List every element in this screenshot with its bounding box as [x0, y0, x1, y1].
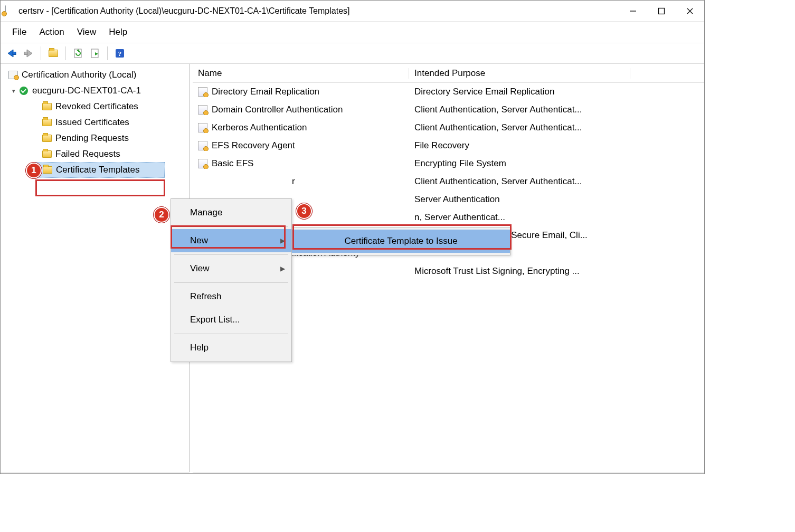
list-item[interactable]: Basic EFSEncrypting File System	[193, 155, 704, 173]
cell-purpose: n, Server Authenticat...	[409, 212, 630, 223]
tree-node-failed[interactable]: Failed Requests	[1, 146, 189, 162]
ctx-label: Manage	[190, 207, 222, 218]
ctx-help[interactable]: Help	[171, 336, 291, 359]
chevron-right-icon: ▶	[280, 237, 285, 244]
ctx-label: Help	[190, 343, 209, 353]
up-button[interactable]	[46, 46, 60, 60]
tree-label: eucguru-DC-NEXT01-CA-1	[32, 86, 141, 96]
refresh-button[interactable]	[71, 46, 85, 60]
context-separator	[174, 254, 288, 255]
template-name: Domain Controller Authentication	[212, 104, 343, 115]
cell-name: r	[193, 176, 409, 187]
folder-icon	[42, 102, 52, 111]
cell-purpose: File Recovery	[409, 140, 630, 151]
list-item[interactable]: Domain Controller AuthenticationClient A…	[193, 101, 704, 119]
template-name: r	[292, 176, 295, 187]
context-separator	[174, 226, 288, 227]
maximize-button[interactable]	[647, 1, 676, 22]
tree-node-pending[interactable]: Pending Requests	[1, 130, 189, 146]
list-item[interactable]: Kerberos AuthenticationClient Authentica…	[193, 119, 704, 137]
tree-node-server[interactable]: ▾ eucguru-DC-NEXT01-CA-1	[1, 83, 189, 99]
ctx-export-list[interactable]: Export List...	[171, 308, 291, 331]
window-title: certsrv - [Certification Authority (Loca…	[18, 6, 619, 16]
toolbar-separator	[41, 46, 41, 60]
ctx-view[interactable]: View ▶	[171, 257, 291, 280]
toolbar-separator	[65, 46, 66, 60]
cell-purpose: Server Authentication	[409, 194, 630, 205]
help-button[interactable]: ?	[113, 46, 127, 60]
ctx-new[interactable]: New ▶ Certificate Template to Issue	[171, 229, 291, 252]
forward-button[interactable]	[22, 46, 35, 60]
minimize-button[interactable]	[619, 1, 647, 22]
annotation-badge-2: 2	[154, 207, 169, 223]
list-header: Name Intended Purpose	[193, 64, 704, 83]
ctx-label: Refresh	[190, 291, 222, 302]
context-menu[interactable]: Manage New ▶ Certificate Template to Iss…	[171, 198, 292, 362]
template-icon	[198, 159, 207, 168]
cell-name: Kerberos Authentication	[193, 122, 409, 133]
context-separator	[174, 334, 288, 334]
cell-purpose: Directory Service Email Replication	[409, 87, 630, 97]
template-icon	[198, 105, 207, 115]
ctx-manage[interactable]: Manage	[171, 201, 291, 224]
tree-node-revoked[interactable]: Revoked Certificates	[1, 99, 189, 115]
folder-icon	[42, 165, 53, 175]
expander-icon[interactable]: ▾	[10, 88, 17, 94]
tree-label: Issued Certificates	[55, 117, 129, 128]
annotation-badge-3: 3	[296, 203, 312, 219]
menu-file[interactable]: File	[7, 25, 32, 40]
template-icon	[198, 123, 207, 132]
cell-name: EFS Recovery Agent	[193, 140, 409, 151]
ctx-label: View	[190, 263, 210, 274]
template-name: Kerberos Authentication	[212, 122, 307, 133]
list-item[interactable]: EFS Recovery AgentFile Recovery	[193, 137, 704, 155]
menu-bar: File Action View Help	[1, 22, 704, 43]
tree-node-ca-local[interactable]: Certification Authority (Local)	[1, 67, 189, 83]
svg-rect-1	[659, 8, 665, 14]
cell-name: Domain Controller Authentication	[193, 104, 409, 115]
title-bar: certsrv - [Certification Authority (Loca…	[1, 1, 704, 22]
template-name: Basic EFS	[212, 158, 253, 169]
cell-purpose: Client Authentication, Server Authentica…	[409, 176, 630, 187]
menu-help[interactable]: Help	[103, 25, 132, 40]
tree-node-issued[interactable]: Issued Certificates	[1, 115, 189, 130]
toolbar-separator	[107, 46, 108, 60]
tree-label: Pending Requests	[55, 133, 129, 144]
menu-view[interactable]: View	[72, 25, 102, 40]
close-button[interactable]	[676, 1, 704, 22]
toolbar: ?	[1, 43, 704, 64]
console-tree[interactable]: Certification Authority (Local) ▾ eucgur…	[1, 64, 190, 472]
context-submenu[interactable]: Certificate Template to Issue	[291, 227, 510, 255]
svg-rect-10	[91, 49, 98, 58]
tree-label: Certification Authority (Local)	[22, 70, 136, 80]
cell-name: Directory Email Replication	[193, 87, 409, 97]
chevron-right-icon: ▶	[280, 265, 285, 272]
content-body: Certification Authority (Local) ▾ eucgur…	[1, 64, 704, 472]
ctx-cert-template-to-issue[interactable]: Certificate Template to Issue	[292, 230, 510, 253]
template-icon	[198, 141, 207, 150]
menu-action[interactable]: Action	[34, 25, 69, 40]
list-item[interactable]: rClient Authentication, Server Authentic…	[193, 173, 704, 191]
back-button[interactable]	[5, 46, 18, 60]
folder-icon	[42, 149, 52, 159]
folder-icon	[42, 118, 52, 127]
server-ok-icon	[18, 86, 29, 96]
svg-rect-7	[24, 52, 27, 54]
tree-node-templates[interactable]: Certificate Templates	[35, 162, 165, 178]
annotation-badge-1: 1	[26, 163, 42, 178]
ctx-refresh[interactable]: Refresh	[171, 285, 291, 308]
column-header-name[interactable]: Name	[193, 68, 409, 79]
cell-purpose: Client Authentication, Server Authentica…	[409, 122, 630, 133]
list-item[interactable]: Directory Email ReplicationDirectory Ser…	[193, 83, 704, 101]
svg-text:?: ?	[118, 50, 122, 58]
template-icon	[198, 87, 207, 97]
column-header-purpose[interactable]: Intended Purpose	[409, 68, 630, 79]
app-icon	[5, 6, 15, 16]
cell-purpose: Microsoft Trust List Signing, Encrypting…	[409, 266, 630, 277]
window-controls	[619, 1, 704, 22]
export-button[interactable]	[88, 46, 102, 60]
context-separator	[174, 282, 288, 283]
ctx-label: Certificate Template to Issue	[344, 236, 457, 246]
tree-label: Failed Requests	[55, 149, 120, 159]
tree-label: Certificate Templates	[56, 165, 139, 175]
